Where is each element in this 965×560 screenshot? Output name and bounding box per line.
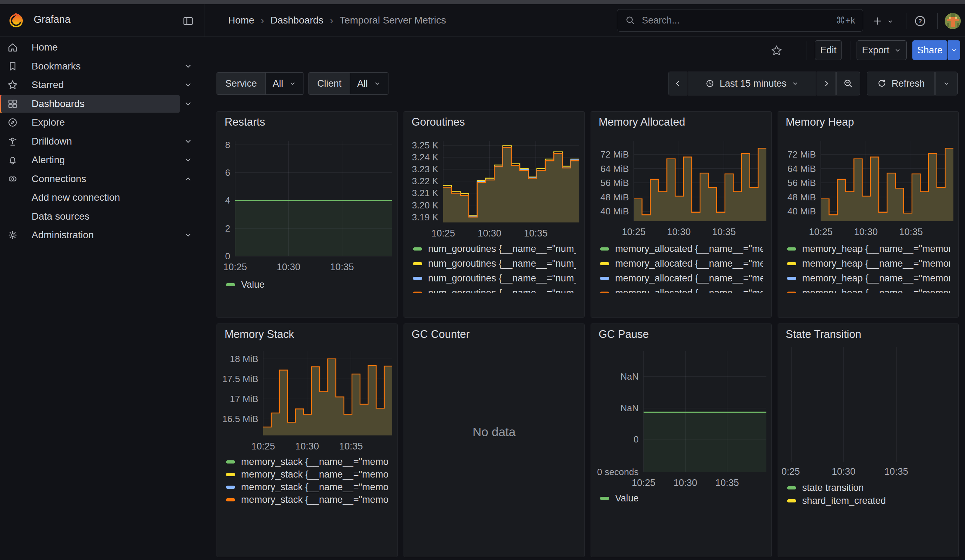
dashboard-action-bar: Edit Export Share	[204, 36, 965, 67]
legend-item[interactable]: state transition	[787, 482, 864, 494]
clock-icon	[705, 78, 715, 88]
legend-item[interactable]: memory_heap {__name__="memory_h	[787, 258, 950, 269]
sidebar-item-connections[interactable]: Connections	[0, 170, 204, 188]
search-input[interactable]	[641, 15, 831, 26]
refresh-button[interactable]: Refresh	[867, 72, 935, 95]
sidebar-item-label: Alerting	[31, 154, 65, 166]
legend-item[interactable]: num_goroutines {__name__="num_go	[413, 287, 576, 292]
svg-text:10:30: 10:30	[277, 262, 301, 272]
breadcrumb-current: Temporal Server Metrics	[340, 15, 446, 26]
legend-item[interactable]: memory_heap {__name__="memory_h	[787, 287, 950, 292]
panel-gc_counter: GC CounterNo data	[404, 323, 585, 557]
help-icon[interactable]: ?	[913, 13, 928, 29]
client-filter[interactable]: Client All	[308, 72, 388, 95]
zoom-out-button[interactable]	[836, 72, 860, 95]
sidebar-item-add-new-connection[interactable]: Add new connection	[0, 188, 204, 207]
legend-item[interactable]: memory_stack {__name__="memory_s	[226, 469, 389, 480]
service-filter[interactable]: Service All	[216, 72, 304, 95]
legend-label: num_goroutines {__name__="num_go	[428, 273, 576, 284]
svg-text:0:25: 0:25	[782, 466, 800, 477]
favorite-star-icon[interactable]	[769, 43, 784, 58]
share-button[interactable]: Share	[913, 40, 947, 60]
share-menu-chevron[interactable]	[948, 40, 960, 60]
legend-label: memory_heap {__name__="memory_h	[802, 243, 950, 255]
legend-color-pill	[600, 292, 609, 293]
legend-item[interactable]: memory_allocated {__name__="memo	[600, 272, 763, 284]
sidebar-item-home[interactable]: Home	[0, 38, 204, 57]
add-new-icon[interactable]	[870, 13, 885, 29]
add-new-chevron-icon[interactable]	[885, 16, 896, 27]
breadcrumb-dashboards[interactable]: Dashboards	[271, 15, 324, 26]
avatar[interactable]	[945, 13, 961, 29]
legend-item[interactable]: memory_allocated {__name__="memo	[600, 258, 763, 269]
sidebar-item-bookmarks[interactable]: Bookmarks	[0, 57, 204, 76]
sidebar-item-data-sources[interactable]: Data sources	[0, 207, 204, 226]
legend-color-pill	[226, 283, 235, 286]
legend-item[interactable]: Value	[226, 279, 265, 291]
chevron-down-icon	[373, 80, 381, 87]
sidebar-item-label: Drilldown	[31, 136, 72, 147]
breadcrumb: Home › Dashboards › Temporal Server Metr…	[228, 15, 446, 26]
svg-text:56 MiB: 56 MiB	[600, 178, 629, 188]
svg-text:10:30: 10:30	[832, 466, 855, 477]
svg-text:4: 4	[225, 195, 230, 206]
time-range-picker[interactable]: Last 15 minutes	[688, 72, 816, 95]
sidebar-item-label: Bookmarks	[31, 61, 81, 72]
sidebar-item-administration[interactable]: Administration	[0, 225, 204, 245]
legend-item[interactable]: memory_stack {__name__="memory_s	[226, 494, 389, 506]
chevron-down-icon[interactable]	[183, 61, 193, 71]
sidebar-item-drilldown[interactable]: Drilldown	[0, 132, 204, 151]
svg-text:10:35: 10:35	[339, 441, 363, 452]
svg-text:3.22 K: 3.22 K	[412, 176, 438, 186]
legend-color-pill	[787, 499, 796, 503]
svg-text:48 MiB: 48 MiB	[787, 192, 816, 202]
sidebar-item-dashboards[interactable]: Dashboards	[0, 95, 204, 113]
legend-item[interactable]: memory_stack {__name__="memory_s	[226, 481, 389, 493]
legend-item[interactable]: num_goroutines {__name__="num_go	[413, 258, 576, 269]
chevron-down-icon[interactable]	[183, 137, 193, 146]
legend-label: Value	[241, 279, 265, 290]
legend-item[interactable]: memory_stack {__name__="memory_s	[226, 456, 389, 468]
drilldown-icon	[7, 136, 18, 147]
legend-label: memory_stack {__name__="memory_s	[241, 482, 389, 493]
svg-text:0 seconds: 0 seconds	[597, 467, 639, 477]
sidebar-item-label: Connections	[31, 173, 86, 184]
refresh-interval-chevron[interactable]	[935, 72, 958, 95]
legend-item[interactable]: memory_heap {__name__="memory_h	[787, 272, 950, 284]
chevron-down-icon[interactable]	[183, 155, 193, 165]
time-shift-back-button[interactable]	[668, 72, 687, 95]
service-filter-value[interactable]: All	[265, 73, 304, 95]
chevron-up-icon[interactable]	[183, 174, 193, 184]
sidebar-item-starred[interactable]: Starred	[0, 75, 204, 95]
legend-item[interactable]: memory_allocated {__name__="memo	[600, 287, 763, 292]
legend-item[interactable]: Value	[600, 492, 639, 504]
chevron-down-icon[interactable]	[183, 80, 193, 90]
legend-item[interactable]: num_goroutines {__name__="num_go	[413, 243, 576, 255]
export-button[interactable]: Export	[857, 40, 907, 60]
client-filter-value[interactable]: All	[350, 73, 388, 95]
legend-item[interactable]: memory_allocated {__name__="memo	[600, 243, 763, 255]
legend-item[interactable]: shard_item_created	[787, 495, 886, 507]
svg-text:64 MiB: 64 MiB	[787, 163, 816, 174]
legend-item[interactable]: num_goroutines {__name__="num_go	[413, 272, 576, 284]
dock-menu-toggle-icon[interactable]	[181, 14, 195, 28]
chevron-down-icon[interactable]	[183, 230, 193, 240]
chevron-down-icon	[942, 80, 950, 87]
panel-title[interactable]: GC Counter	[412, 328, 469, 341]
chevron-down-icon[interactable]	[183, 99, 193, 109]
action-divider	[851, 41, 851, 60]
panel-gc_pause: GC PauseNaNNaN00 seconds10:2510:3010:35V…	[590, 323, 772, 557]
header-brand-section: Grafana	[0, 4, 205, 36]
search-bar[interactable]: ⌘+k	[617, 9, 863, 31]
sidebar-item-explore[interactable]: Explore	[0, 113, 204, 132]
breadcrumb-home[interactable]: Home	[228, 15, 254, 26]
edit-button[interactable]: Edit	[815, 40, 842, 60]
legend-item[interactable]: memory_heap {__name__="memory_h	[787, 243, 950, 255]
time-shift-forward-button[interactable]	[816, 72, 836, 95]
svg-text:10:25: 10:25	[431, 228, 455, 238]
zoom-out-icon	[843, 78, 854, 89]
legend-color-pill	[413, 292, 422, 293]
svg-text:2: 2	[225, 223, 230, 233]
legend-label: memory_allocated {__name__="memo	[615, 258, 763, 269]
sidebar-item-alerting[interactable]: Alerting	[0, 150, 204, 170]
